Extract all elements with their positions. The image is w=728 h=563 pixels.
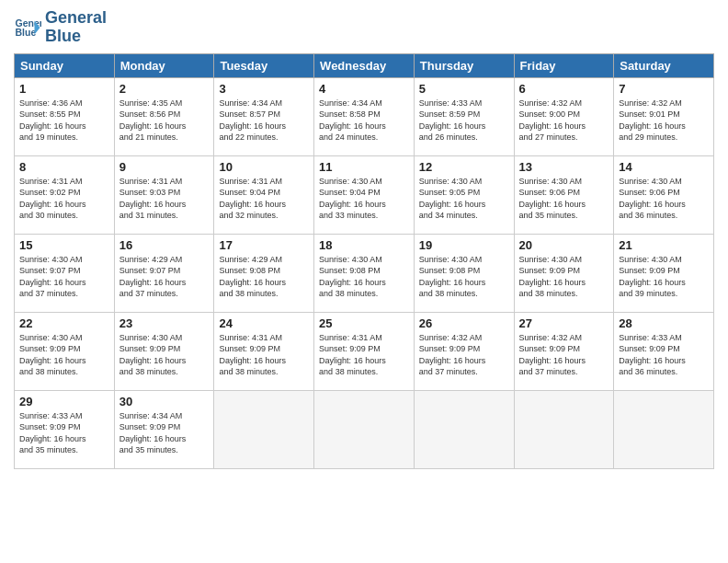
weekday-header: Tuesday [214,53,314,77]
day-number: 15 [19,238,109,252]
day-info: Sunrise: 4:30 AM Sunset: 9:09 PM Dayligh… [19,332,109,378]
calendar-cell: 15Sunrise: 4:30 AM Sunset: 9:07 PM Dayli… [15,234,115,312]
calendar-cell: 27Sunrise: 4:32 AM Sunset: 9:09 PM Dayli… [514,312,614,390]
day-number: 7 [619,82,709,96]
day-info: Sunrise: 4:31 AM Sunset: 9:04 PM Dayligh… [219,176,309,222]
weekday-header: Monday [114,53,214,77]
calendar-row: 1Sunrise: 4:36 AM Sunset: 8:55 PM Daylig… [15,77,714,155]
day-info: Sunrise: 4:30 AM Sunset: 9:05 PM Dayligh… [419,176,509,222]
calendar-cell: 13Sunrise: 4:30 AM Sunset: 9:06 PM Dayli… [514,155,614,234]
calendar-cell [414,390,514,468]
day-number: 1 [19,82,109,96]
weekday-header: Wednesday [314,53,415,77]
weekday-header: Saturday [614,53,714,77]
day-number: 20 [519,238,609,252]
calendar-cell: 12Sunrise: 4:30 AM Sunset: 9:05 PM Dayli… [414,155,514,234]
day-number: 5 [419,82,509,96]
calendar-row: 8Sunrise: 4:31 AM Sunset: 9:02 PM Daylig… [15,155,714,234]
day-number: 2 [119,82,210,96]
day-number: 28 [619,316,709,330]
calendar-cell [614,390,714,468]
weekday-header: Sunday [15,53,115,77]
day-info: Sunrise: 4:30 AM Sunset: 9:09 PM Dayligh… [519,254,609,300]
day-number: 21 [619,238,709,252]
calendar-row: 15Sunrise: 4:30 AM Sunset: 9:07 PM Dayli… [15,234,714,312]
day-number: 14 [619,160,709,174]
day-info: Sunrise: 4:36 AM Sunset: 8:55 PM Dayligh… [19,98,109,144]
calendar-row: 29Sunrise: 4:33 AM Sunset: 9:09 PM Dayli… [15,390,714,468]
logo-icon: General Blue [14,14,41,41]
day-number: 11 [319,160,409,174]
calendar-cell: 2Sunrise: 4:35 AM Sunset: 8:56 PM Daylig… [114,77,214,155]
day-number: 16 [119,238,210,252]
day-info: Sunrise: 4:33 AM Sunset: 9:09 PM Dayligh… [19,410,109,456]
calendar-cell: 21Sunrise: 4:30 AM Sunset: 9:09 PM Dayli… [614,234,714,312]
calendar-cell: 8Sunrise: 4:31 AM Sunset: 9:02 PM Daylig… [15,155,115,234]
calendar-cell: 30Sunrise: 4:34 AM Sunset: 9:09 PM Dayli… [114,390,214,468]
calendar-cell: 23Sunrise: 4:30 AM Sunset: 9:09 PM Dayli… [114,312,214,390]
day-number: 24 [219,316,309,330]
day-info: Sunrise: 4:30 AM Sunset: 9:07 PM Dayligh… [19,254,109,300]
calendar: SundayMondayTuesdayWednesdayThursdayFrid… [14,53,714,469]
day-info: Sunrise: 4:32 AM Sunset: 9:09 PM Dayligh… [419,332,509,378]
calendar-cell: 10Sunrise: 4:31 AM Sunset: 9:04 PM Dayli… [214,155,314,234]
calendar-cell: 19Sunrise: 4:30 AM Sunset: 9:08 PM Dayli… [414,234,514,312]
day-number: 8 [19,160,109,174]
day-info: Sunrise: 4:32 AM Sunset: 9:01 PM Dayligh… [619,98,709,144]
day-number: 25 [319,316,409,330]
weekday-header: Friday [514,53,614,77]
day-number: 30 [119,395,210,408]
weekday-header: Thursday [414,53,514,77]
logo-line1: General [45,8,107,27]
day-number: 9 [119,160,210,174]
calendar-cell: 6Sunrise: 4:32 AM Sunset: 9:00 PM Daylig… [514,77,614,155]
day-info: Sunrise: 4:29 AM Sunset: 9:07 PM Dayligh… [119,254,210,300]
day-info: Sunrise: 4:30 AM Sunset: 9:08 PM Dayligh… [419,254,509,300]
day-info: Sunrise: 4:32 AM Sunset: 9:00 PM Dayligh… [519,98,609,144]
calendar-cell: 14Sunrise: 4:30 AM Sunset: 9:06 PM Dayli… [614,155,714,234]
day-info: Sunrise: 4:32 AM Sunset: 9:09 PM Dayligh… [519,332,609,378]
calendar-row: 22Sunrise: 4:30 AM Sunset: 9:09 PM Dayli… [15,312,714,390]
day-info: Sunrise: 4:34 AM Sunset: 8:58 PM Dayligh… [319,98,409,144]
day-number: 29 [19,395,109,408]
calendar-cell: 25Sunrise: 4:31 AM Sunset: 9:09 PM Dayli… [314,312,415,390]
calendar-cell [214,390,314,468]
calendar-cell: 16Sunrise: 4:29 AM Sunset: 9:07 PM Dayli… [114,234,214,312]
calendar-cell: 11Sunrise: 4:30 AM Sunset: 9:04 PM Dayli… [314,155,415,234]
day-info: Sunrise: 4:33 AM Sunset: 9:09 PM Dayligh… [619,332,709,378]
day-number: 13 [519,160,609,174]
day-number: 23 [119,316,210,330]
logo-line2: Blue [45,27,81,45]
day-number: 4 [319,82,409,96]
logo-text: General Blue [45,9,107,46]
calendar-cell: 17Sunrise: 4:29 AM Sunset: 9:08 PM Dayli… [214,234,314,312]
calendar-cell: 28Sunrise: 4:33 AM Sunset: 9:09 PM Dayli… [614,312,714,390]
day-info: Sunrise: 4:30 AM Sunset: 9:06 PM Dayligh… [519,176,609,222]
calendar-header-row: SundayMondayTuesdayWednesdayThursdayFrid… [15,53,714,77]
calendar-cell: 3Sunrise: 4:34 AM Sunset: 8:57 PM Daylig… [214,77,314,155]
day-info: Sunrise: 4:29 AM Sunset: 9:08 PM Dayligh… [219,254,309,300]
day-number: 12 [419,160,509,174]
day-info: Sunrise: 4:30 AM Sunset: 9:06 PM Dayligh… [619,176,709,222]
day-number: 26 [419,316,509,330]
day-info: Sunrise: 4:30 AM Sunset: 9:09 PM Dayligh… [119,332,210,378]
calendar-cell: 18Sunrise: 4:30 AM Sunset: 9:08 PM Dayli… [314,234,415,312]
day-number: 17 [219,238,309,252]
day-number: 6 [519,82,609,96]
page: General Blue General Blue SundayMondayTu… [0,0,728,563]
calendar-cell: 1Sunrise: 4:36 AM Sunset: 8:55 PM Daylig… [15,77,115,155]
calendar-cell: 24Sunrise: 4:31 AM Sunset: 9:09 PM Dayli… [214,312,314,390]
calendar-cell: 20Sunrise: 4:30 AM Sunset: 9:09 PM Dayli… [514,234,614,312]
day-number: 18 [319,238,409,252]
calendar-cell: 4Sunrise: 4:34 AM Sunset: 8:58 PM Daylig… [314,77,415,155]
logo: General Blue General Blue [14,9,107,46]
day-number: 3 [219,82,309,96]
header: General Blue General Blue [14,9,714,46]
calendar-cell [514,390,614,468]
calendar-cell: 22Sunrise: 4:30 AM Sunset: 9:09 PM Dayli… [15,312,115,390]
day-number: 22 [19,316,109,330]
svg-text:Blue: Blue [16,27,37,38]
calendar-cell: 29Sunrise: 4:33 AM Sunset: 9:09 PM Dayli… [15,390,115,468]
day-number: 19 [419,238,509,252]
calendar-cell: 7Sunrise: 4:32 AM Sunset: 9:01 PM Daylig… [614,77,714,155]
